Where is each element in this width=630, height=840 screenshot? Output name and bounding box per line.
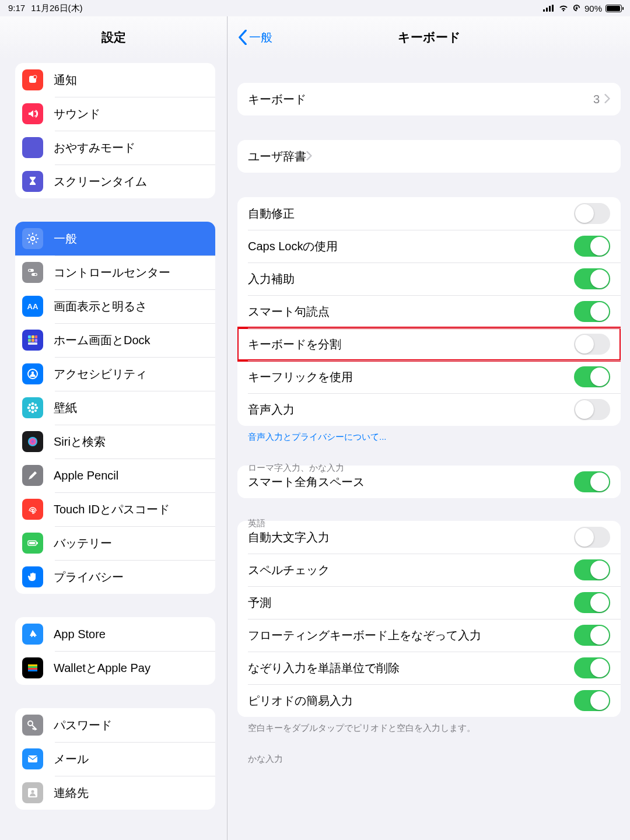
svg-point-36 (29, 404, 31, 406)
sidebar-item-siri[interactable]: Siriと検索 (15, 425, 215, 459)
sidebar-item-control-center[interactable]: コントロールセンター (15, 256, 215, 289)
speaker-icon (22, 103, 43, 124)
sidebar-item-privacy[interactable]: プライバシー (15, 560, 215, 594)
row-label: キーフリックを使用 (248, 369, 353, 385)
toggle-row[interactable]: 自動修正 (237, 197, 621, 230)
battery-percent: 90% (584, 4, 602, 13)
wallet-icon (22, 657, 43, 678)
row-label: スペルチェック (248, 562, 330, 578)
svg-rect-50 (28, 755, 37, 762)
toggle-row[interactable]: スペルチェック (237, 554, 621, 586)
toggle-switch[interactable] (574, 559, 610, 580)
svg-rect-47 (28, 668, 37, 670)
row-label: 音声入力 (248, 402, 295, 418)
sidebar-item-general[interactable]: 一般 (15, 222, 215, 256)
mail-icon (22, 748, 43, 769)
toggle-switch[interactable] (574, 690, 610, 711)
sidebar-item-label: アクセシビリティ (54, 366, 147, 382)
sidebar-item-wallet[interactable]: WalletとApple Pay (15, 651, 215, 685)
toggle-row[interactable]: フローティングキーボード上をなぞって入力 (237, 619, 621, 652)
sidebar-item-dnd[interactable]: おやすみモード (15, 131, 215, 164)
svg-rect-45 (28, 664, 37, 666)
sidebar-item-accessibility[interactable]: アクセシビリティ (15, 357, 215, 391)
sidebar-item-label: ホーム画面とDock (54, 332, 150, 348)
sidebar-item-touchid[interactable]: Touch IDとパスコード (15, 492, 215, 526)
sidebar-item-notifications[interactable]: 通知 (15, 63, 215, 97)
sidebar-item-home[interactable]: ホーム画面とDock (15, 323, 215, 357)
wifi-icon (558, 4, 569, 12)
svg-rect-2 (549, 6, 551, 12)
row-label: 予測 (248, 595, 271, 611)
svg-point-37 (34, 404, 37, 406)
toggle-switch[interactable] (574, 399, 610, 420)
svg-line-14 (36, 242, 37, 243)
toggle-row[interactable]: 自動大文字入力 (237, 521, 621, 554)
sidebar-item-wallpaper[interactable]: 壁紙 (15, 391, 215, 425)
toggle-switch[interactable] (574, 334, 610, 355)
key-icon (22, 715, 43, 736)
sidebar-item-screentime[interactable]: スクリーンタイム (15, 164, 215, 198)
toggle-switch[interactable] (574, 366, 610, 387)
section-footer-link[interactable]: 音声入力とプライバシーについて... (248, 432, 621, 443)
toggle-row[interactable]: スマート句読点 (237, 295, 621, 328)
toggle-switch[interactable] (574, 301, 610, 322)
row-label: 入力補助 (248, 271, 295, 287)
toggle-row[interactable]: ピリオドの簡易入力 (237, 684, 621, 717)
nav-row[interactable]: ユーザ辞書 (237, 140, 621, 173)
sidebar-item-label: App Store (54, 628, 106, 641)
sidebar-item-passwords[interactable]: パスワード (15, 708, 215, 742)
sidebar-item-contacts[interactable]: 連絡先 (15, 776, 215, 810)
status-bar: 9:17 11月26日(木) 90% (0, 0, 630, 16)
sidebar-item-pencil[interactable]: Apple Pencil (15, 459, 215, 492)
toggle-row[interactable]: スマート全角スペース (237, 466, 621, 498)
toggle-row[interactable]: 入力補助 (237, 262, 621, 295)
sidebar-item-label: サウンド (54, 106, 100, 122)
nav-row[interactable]: キーボード3 (237, 83, 621, 116)
toggle-row[interactable]: 予測 (237, 586, 621, 619)
toggle-switch[interactable] (574, 592, 610, 613)
sidebar-item-label: 壁紙 (54, 400, 77, 416)
toggle-row[interactable]: 音声入力 (237, 393, 621, 426)
grid-icon (22, 330, 43, 351)
svg-rect-26 (32, 339, 34, 342)
toggle-switch[interactable] (574, 527, 610, 548)
svg-rect-48 (28, 670, 37, 671)
back-button[interactable]: 一般 (237, 30, 272, 46)
sidebar-item-label: コントロールセンター (54, 265, 170, 281)
toggle-switch[interactable] (574, 657, 610, 678)
svg-point-7 (33, 75, 37, 79)
flower-icon (22, 397, 43, 418)
toggle-switch[interactable] (574, 203, 610, 224)
sidebar-item-sounds[interactable]: サウンド (15, 97, 215, 131)
toggle-switch[interactable] (574, 236, 610, 257)
svg-point-39 (34, 410, 37, 412)
fingerprint-icon (22, 499, 43, 520)
svg-point-31 (31, 406, 34, 410)
aa-icon: AA (22, 296, 43, 317)
toggle-switch[interactable] (574, 625, 610, 646)
row-label: なぞり入力を単語単位で削除 (248, 660, 400, 676)
svg-point-18 (29, 270, 30, 271)
sidebar-item-label: Apple Pencil (54, 469, 118, 482)
toggle-switch[interactable] (574, 471, 610, 492)
hourglass-icon (22, 171, 43, 192)
toggle-row[interactable]: Caps Lockの使用 (237, 230, 621, 262)
toggle-row[interactable]: キーフリックを使用 (237, 360, 621, 393)
sidebar-item-label: バッテリー (54, 536, 112, 551)
sidebar-item-label: メール (54, 751, 89, 767)
svg-point-20 (34, 274, 36, 275)
sidebar-item-battery[interactable]: バッテリー (15, 526, 215, 560)
section-footer: 空白キーをダブルタップでピリオドと空白を入力します。 (248, 723, 621, 734)
sidebar-item-display[interactable]: AA画面表示と明るさ (15, 289, 215, 323)
toggle-row[interactable]: なぞり入力を単語単位で削除 (237, 652, 621, 684)
svg-rect-27 (35, 339, 37, 342)
siri-icon (22, 431, 43, 452)
svg-rect-46 (28, 666, 37, 668)
detail-title: キーボード (228, 29, 630, 46)
toggle-switch[interactable] (574, 268, 610, 289)
status-time: 9:17 (8, 3, 25, 14)
sidebar-item-label: Touch IDとパスコード (54, 502, 170, 517)
toggle-row[interactable]: キーボードを分割 (237, 328, 621, 360)
sidebar-item-appstore[interactable]: App Store (15, 617, 215, 651)
sidebar-item-mail[interactable]: メール (15, 742, 215, 776)
